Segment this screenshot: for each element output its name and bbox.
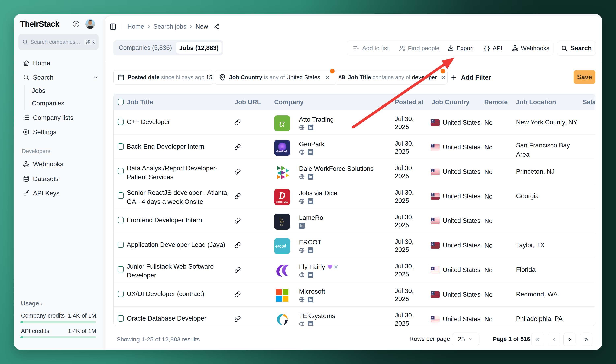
svg-text:α: α [279, 117, 285, 129]
svg-text:JOBS VIA: JOBS VIA [276, 201, 288, 203]
svg-text:GenPark: GenPark [276, 150, 288, 153]
svg-text:D: D [278, 190, 285, 201]
svg-text:яo: яo [280, 223, 283, 226]
svg-text:ercot: ercot [275, 244, 286, 248]
